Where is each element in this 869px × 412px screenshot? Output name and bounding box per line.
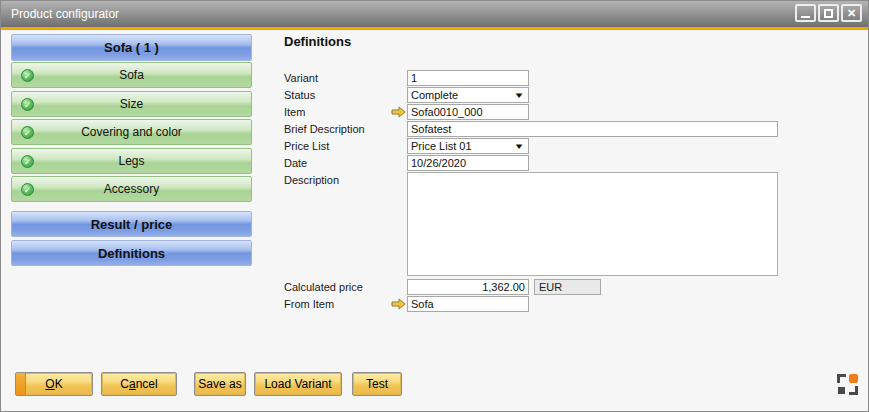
item-link-arrow-icon[interactable] [391,104,406,120]
page-title: Definitions [284,34,351,49]
price-list-value: Price List 01 [411,140,472,152]
corner-bracket-bottom-right [849,386,858,395]
item-input[interactable] [407,104,529,120]
window-title: Product configurator [1,7,119,21]
variant-input[interactable] [407,70,529,86]
calculated-price-input[interactable] [407,279,529,295]
sidebar-item-sofa[interactable]: ✓ Sofa [11,62,252,88]
check-icon: ✓ [21,98,34,111]
ok-button-label: OK [45,377,62,391]
orange-square [849,374,858,383]
status-label: Status [284,87,315,103]
cancel-button-label: Cancel [120,377,157,391]
corner-bracket-top-left [837,374,846,383]
cancel-button[interactable]: Cancel [101,372,177,396]
sidebar-summary-sofa[interactable]: Sofa ( 1 ) [11,34,252,61]
date-label: Date [284,155,307,171]
check-icon: ✓ [21,126,34,139]
maximize-icon [824,9,833,18]
check-icon: ✓ [21,183,34,196]
sidebar-summary-label: Sofa ( 1 ) [104,40,159,55]
chevron-down-icon: ▼ [513,91,524,100]
window-controls: ✕ [795,4,862,22]
load-variant-button[interactable]: Load Variant [254,372,342,396]
save-as-button[interactable]: Save as [194,372,246,396]
close-icon: ✕ [847,8,856,19]
from-item-link-arrow-icon[interactable] [391,296,406,312]
sidebar-item-label: Covering and color [81,125,182,139]
chevron-down-icon: ▼ [513,142,524,151]
ok-button[interactable]: OK [15,372,93,396]
description-label: Description [284,172,339,188]
close-button[interactable]: ✕ [841,4,862,22]
load-variant-button-label: Load Variant [264,377,331,391]
content-area: Sofa ( 1 ) ✓ Sofa ✓ Size ✓ Covering and … [1,30,868,411]
sidebar-item-size[interactable]: ✓ Size [11,91,252,117]
from-item-label: From Item [284,296,334,312]
sidebar-item-legs[interactable]: ✓ Legs [11,148,252,174]
item-label: Item [284,104,305,120]
sidebar-item-label: Result / price [91,217,173,232]
price-list-dropdown[interactable]: Price List 01 ▼ [407,138,529,154]
test-button[interactable]: Test [352,372,402,396]
save-as-button-label: Save as [198,377,241,391]
maximize-button[interactable] [818,4,839,22]
minimize-icon [801,16,810,18]
sidebar-item-label: Size [120,97,143,111]
calculated-price-label: Calculated price [284,279,363,295]
grey-square [838,387,845,394]
test-button-label: Test [366,377,388,391]
status-value: Complete [411,89,458,101]
description-textarea[interactable] [407,172,778,276]
variant-label: Variant [284,70,318,86]
title-bar[interactable]: Product configurator ✕ [1,1,868,27]
sidebar-item-result-price[interactable]: Result / price [11,211,252,237]
status-dropdown[interactable]: Complete ▼ [407,87,529,103]
sidebar-item-label: Accessory [104,182,159,196]
sidebar-item-label: Legs [118,154,144,168]
from-item-input[interactable] [407,296,529,312]
check-icon: ✓ [21,69,34,82]
sidebar-item-accessory[interactable]: ✓ Accessory [11,176,252,202]
date-input[interactable] [407,155,529,171]
product-configurator-window: Product configurator ✕ Sofa ( 1 ) ✓ Sofa… [0,0,869,412]
brief-description-input[interactable] [407,121,778,137]
default-button-stripe [16,373,26,395]
minimize-button[interactable] [795,4,816,22]
brief-description-label: Brief Description [284,121,365,137]
sidebar-item-covering-and-color[interactable]: ✓ Covering and color [11,119,252,145]
currency-box: EUR [534,279,601,295]
check-icon: ✓ [21,155,34,168]
resize-form-icon[interactable] [837,374,858,395]
sidebar-item-label: Sofa [119,68,144,82]
sidebar-item-label: Definitions [98,246,165,261]
sidebar-item-definitions[interactable]: Definitions [11,240,252,266]
price-list-label: Price List [284,138,329,154]
